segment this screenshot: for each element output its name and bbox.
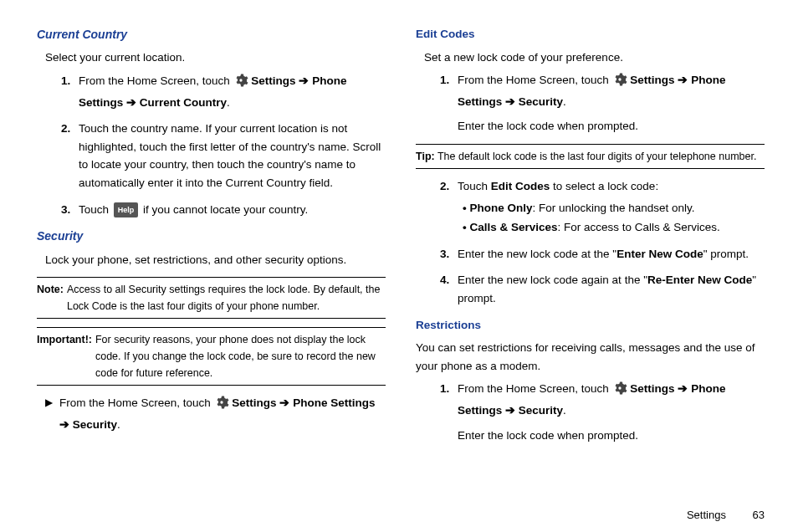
note-label: Note:: [37, 281, 64, 315]
text-post: to select a lock code:: [553, 180, 658, 192]
period: .: [563, 95, 566, 108]
text-pre: From the Home Screen, touch: [458, 74, 612, 86]
step-text-post: if you cannot locate your country.: [143, 203, 308, 216]
edit-codes-label: Edit Codes: [491, 180, 550, 192]
path-current-country: Current Country: [140, 96, 227, 109]
period: .: [117, 418, 120, 431]
text-pre: Enter the new lock code at the ": [458, 248, 616, 260]
path-settings: Settings: [630, 382, 674, 395]
desc: : For unlocking the handset only.: [533, 202, 695, 214]
step-2: Touch the country name. If your current …: [74, 120, 386, 192]
period: .: [563, 404, 566, 417]
important-body: For security reasons, your phone does no…: [95, 331, 386, 381]
path-security: Security: [519, 404, 563, 417]
desc: : For access to Calls & Services.: [558, 221, 720, 233]
bullet-calls-services: Calls & Services: For access to Calls & …: [458, 218, 765, 237]
arrow-step-text: From the Home Screen, touch Settings ➔ P…: [59, 394, 386, 433]
steps-edit-codes-2: Touch Edit Codes to select a lock code: …: [431, 177, 765, 308]
settings-icon: [214, 395, 229, 416]
sub-bullet-list: Phone Only: For unlocking the handset on…: [458, 199, 765, 237]
page-number: 63: [753, 507, 765, 524]
path-settings: Settings: [251, 74, 295, 87]
heading-restrictions: Restrictions: [416, 316, 765, 335]
arrow-icon: ➔: [299, 74, 309, 87]
bullet-phone-only: Phone Only: For unlocking the handset on…: [458, 199, 765, 217]
text-post: Enter the lock code when prompted.: [458, 427, 765, 445]
step-1: From the Home Screen, touch Settings ➔ P…: [74, 72, 386, 111]
steps-current-country: From the Home Screen, touch Settings ➔ P…: [52, 72, 386, 218]
step-1: From the Home Screen, touch Settings ➔ P…: [453, 380, 765, 444]
arrow-icon: ➔: [678, 382, 688, 395]
path-security: Security: [73, 418, 117, 431]
arrow-icon: ➔: [505, 95, 515, 108]
intro-restrictions: You can set restrictions for receiving c…: [416, 339, 765, 375]
heading-security: Security: [37, 227, 386, 245]
path-settings: Settings: [232, 396, 276, 409]
text-post: " prompt.: [703, 248, 749, 260]
text-pre: Enter the new lock code again at the ": [458, 274, 647, 286]
step-2: Touch Edit Codes to select a lock code: …: [453, 177, 765, 237]
text-post: Enter the lock code when prompted.: [458, 117, 765, 136]
intro-current-country: Select your current location.: [45, 49, 386, 67]
path-security: Security: [519, 95, 563, 108]
prompt-label: Re-Enter New Code: [647, 274, 752, 286]
text-pre: Touch: [458, 180, 491, 192]
period: .: [227, 96, 230, 109]
label: Calls & Services: [469, 221, 557, 233]
important-block: Important!: For security reasons, your p…: [37, 327, 386, 386]
arrow-icon: ➔: [59, 418, 69, 431]
triangle-icon: ▶: [45, 394, 53, 433]
path-settings: Settings: [630, 74, 674, 86]
arrow-icon: ➔: [279, 396, 289, 409]
steps-edit-codes-1: From the Home Screen, touch Settings ➔ P…: [431, 71, 765, 136]
step-text-pre: Touch: [79, 203, 112, 216]
settings-icon: [612, 72, 627, 93]
page-footer: Settings 63: [0, 507, 798, 532]
tip-label: Tip:: [416, 151, 435, 162]
step-1: From the Home Screen, touch Settings ➔ P…: [453, 71, 765, 136]
arrow-icon: ➔: [505, 404, 515, 417]
heading-edit-codes: Edit Codes: [416, 25, 765, 43]
steps-restrictions: From the Home Screen, touch Settings ➔ P…: [431, 380, 765, 444]
prompt-label: Enter New Code: [616, 248, 703, 260]
step-text: From the Home Screen, touch: [79, 74, 233, 87]
note-block: Note: Access to all Security settings re…: [37, 277, 386, 319]
right-column: Edit Codes Set a new lock code of your p…: [416, 23, 765, 499]
text-pre: From the Home Screen, touch: [59, 396, 214, 409]
tip-body: The default lock code is the last four d…: [437, 151, 756, 162]
intro-security: Lock your phone, set restrictions, and o…: [45, 251, 386, 269]
page-body: Current Country Select your current loca…: [0, 0, 798, 507]
settings-icon: [233, 73, 248, 94]
step-4: Enter the new lock code again at the "Re…: [453, 271, 765, 307]
text-pre: From the Home Screen, touch: [458, 382, 612, 395]
tip-block: Tip: The default lock code is the last f…: [416, 144, 765, 169]
intro-edit-codes: Set a new lock code of your preference.: [424, 49, 765, 67]
arrow-icon: ➔: [126, 96, 136, 109]
important-label: Important!:: [37, 331, 92, 381]
left-column: Current Country Select your current loca…: [37, 23, 386, 499]
step-3: Touch Help if you cannot locate your cou…: [74, 201, 386, 219]
heading-current-country: Current Country: [37, 25, 386, 43]
note-body: Access to all Security settings requires…: [67, 281, 386, 315]
settings-icon: [612, 381, 627, 402]
step-3: Enter the new lock code at the "Enter Ne…: [453, 245, 765, 263]
label: Phone Only: [469, 202, 532, 214]
footer-section: Settings: [687, 509, 726, 521]
arrow-step: ▶ From the Home Screen, touch Settings ➔…: [45, 394, 386, 433]
help-icon: Help: [114, 202, 139, 217]
arrow-icon: ➔: [678, 74, 688, 86]
path-phone-settings: Phone Settings: [293, 396, 375, 409]
